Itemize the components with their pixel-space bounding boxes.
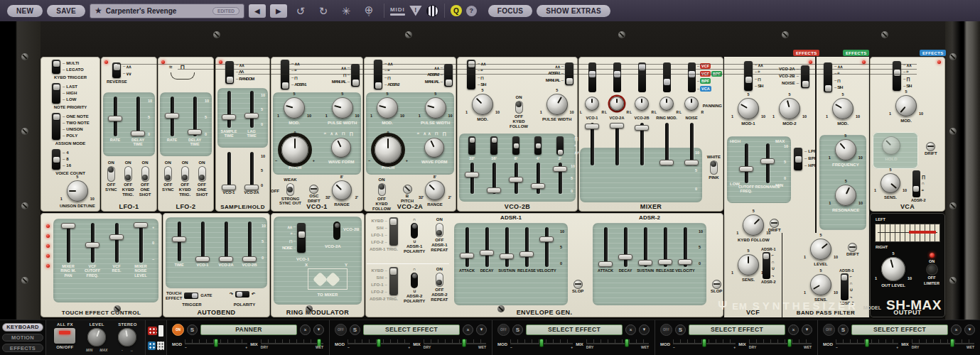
lfo2-toggle[interactable]: ON OFF KYBD TRIG. bbox=[179, 160, 191, 197]
effects-dock-handle[interactable] bbox=[148, 342, 156, 350]
effect-mix-slider[interactable]: DRY WET bbox=[586, 339, 649, 345]
ring-mod-x-source-switch[interactable]: ∧∧≈⊓NOISE bbox=[281, 223, 306, 253]
mixer-noise-color-switch[interactable]: WHITE PINK bbox=[707, 155, 721, 180]
adsr1-slider[interactable]: ATTACK bbox=[458, 227, 475, 273]
effect-mix-slider[interactable]: DRY WET bbox=[912, 339, 974, 345]
bpf-resonance-knob[interactable]: 5110 RESONANCE bbox=[832, 185, 859, 213]
settings-gear-icon[interactable]: ✳ bbox=[337, 6, 355, 16]
favorite-star-icon[interactable]: ★ bbox=[95, 6, 102, 15]
kybd-trigger-switch[interactable]: MULTILEGATO bbox=[52, 60, 84, 74]
effect-mix-slider[interactable]: DRY WET bbox=[424, 339, 486, 345]
effect-remove-button[interactable]: × bbox=[625, 324, 636, 335]
autobend-slider[interactable]: VCO-2B bbox=[240, 222, 259, 267]
vco1-pw-source-switch[interactable]: ∧∧⊓MANUAL bbox=[330, 64, 360, 87]
effect-power-button[interactable]: OFF bbox=[660, 324, 672, 336]
adsr2-slider[interactable]: SUSTAIN bbox=[637, 227, 654, 273]
mixer-pan-knob[interactable] bbox=[684, 97, 699, 111]
fx-stereo-knob[interactable] bbox=[118, 328, 136, 346]
effect-solo-button[interactable]: S bbox=[512, 324, 523, 335]
vca-mod-knob[interactable]: 5110 MOD. bbox=[895, 95, 917, 124]
effect-solo-button[interactable]: S bbox=[675, 324, 686, 335]
sample-hold-slider[interactable]: SAMPLE TIME bbox=[220, 91, 238, 138]
lfo2-slider[interactable]: RATE bbox=[163, 97, 181, 147]
vco2b-harmonic-column[interactable]: 16' bbox=[485, 136, 503, 194]
lfo1-toggle[interactable]: ON OFF KYBD TRIG. bbox=[122, 160, 134, 197]
effect-solo-button[interactable]: S bbox=[838, 324, 849, 335]
adsr2-repeat-switch[interactable]: ON OFF ADSR-2 REPEAT bbox=[431, 267, 448, 304]
voice-count-switch[interactable]: 4816 bbox=[52, 149, 71, 170]
lfo2-toggle[interactable]: ON OFF SYNC bbox=[162, 160, 174, 197]
vco2a-pitch-knob[interactable]: 0−+ PITCH bbox=[375, 136, 402, 170]
vca-envelope-switch[interactable]: ∏∩≈ ADSR-2 bbox=[911, 170, 925, 202]
adsr2-slider[interactable]: ATTACK bbox=[597, 227, 614, 273]
effect-selector[interactable]: SELECT EFFECT bbox=[363, 324, 460, 335]
adsr2-slop-screw[interactable]: SLOP bbox=[711, 280, 722, 294]
vcf-drift-screw[interactable]: DRIFT bbox=[768, 219, 781, 233]
adsr2-slider[interactable]: RELEASE bbox=[657, 227, 674, 273]
quick-assign-button[interactable]: Q bbox=[451, 5, 462, 16]
lfo1-toggle[interactable]: ON OFF ONE SHOT bbox=[139, 160, 151, 197]
autobend-slider[interactable]: VCO-2A bbox=[217, 222, 235, 267]
bpf-drift-screw[interactable]: DRIFT bbox=[846, 243, 859, 257]
panel-tab[interactable]: EFFECTS bbox=[2, 344, 43, 352]
vcf-mod1-knob[interactable]: 5110 MOD-1 bbox=[738, 98, 759, 126]
effect-solo-button[interactable]: S bbox=[187, 324, 198, 335]
vco1-waveform-knob[interactable]: WAVE FORM bbox=[328, 138, 355, 165]
out-level-knob[interactable]: 5110 OUT LEVEL bbox=[881, 257, 905, 288]
vco2b-harmonic-column[interactable]: 4' bbox=[529, 136, 547, 194]
vca-mod-source-switch[interactable]: ∧∧≈∏S/H bbox=[893, 61, 911, 91]
adsr1-slider[interactable]: RELEASE bbox=[518, 227, 535, 273]
effect-remove-button[interactable]: × bbox=[300, 324, 311, 335]
vco1-pulse-width-knob[interactable]: 5110 PULSE WIDTH bbox=[328, 97, 357, 126]
vco2b-mod-knob[interactable]: 5110 MOD. bbox=[472, 94, 493, 122]
note-priority-switch[interactable]: LASTHIGHLOW bbox=[52, 83, 77, 104]
vco1-pitch-knob[interactable]: 0−+ PITCH bbox=[281, 136, 308, 170]
vcf-resonance-slider[interactable]: RESONANCE bbox=[758, 143, 777, 189]
mixer-pan-knob[interactable] bbox=[659, 97, 674, 111]
effect-menu-button[interactable]: ▼ bbox=[639, 324, 650, 335]
autobend-slider[interactable]: TIME bbox=[170, 222, 188, 267]
touch-slider[interactable]: MIXER RING M. PAN bbox=[59, 223, 77, 278]
new-button[interactable]: NEW bbox=[7, 5, 43, 17]
effect-selector[interactable]: PANNER bbox=[200, 324, 297, 335]
effect-mod-slider[interactable]: − + bbox=[348, 339, 410, 345]
effect-menu-button[interactable]: ▼ bbox=[802, 324, 812, 335]
redo-icon[interactable]: ↻ bbox=[314, 6, 333, 16]
vcf-cutoff-slider[interactable]: CUTOFF FREQ. bbox=[737, 143, 755, 194]
keyboard-dock-handle[interactable] bbox=[148, 327, 157, 335]
effect-power-button[interactable]: OFF bbox=[823, 324, 835, 336]
vco2a-mod-knob[interactable]: 5110 MOD. bbox=[377, 97, 398, 126]
effect-remove-button[interactable]: × bbox=[951, 324, 962, 335]
autobend-polarity-switch[interactable]: ↷ ↶ bbox=[230, 291, 255, 297]
alert-triangle-icon[interactable]: ! bbox=[409, 6, 422, 16]
effect-menu-button[interactable]: ▼ bbox=[313, 324, 324, 335]
prev-preset-button[interactable]: ◀ bbox=[249, 4, 266, 18]
adsr1-repeat-switch[interactable]: ON OFF ADSR-1 REPEAT bbox=[431, 217, 448, 254]
vco1-osc-drift-screw[interactable]: OSC DRIFT bbox=[308, 185, 321, 203]
show-extras-button[interactable]: SHOW EXTRAS bbox=[537, 5, 610, 17]
mixer-pan-knob[interactable] bbox=[585, 97, 599, 111]
preset-field[interactable]: ★ Carpenter's Revenge EDITED bbox=[90, 4, 244, 18]
bpf-mod-knob[interactable]: 5110 MOD. bbox=[832, 98, 854, 126]
autobend-trigger-switch[interactable]: TOUCH EFFECT GATE bbox=[166, 291, 212, 300]
effect-solo-button[interactable]: S bbox=[350, 324, 360, 335]
autobend-slider[interactable]: VCO-1 bbox=[193, 222, 212, 267]
vcf-filter-type-switch[interactable]: LPFBPFHPF bbox=[794, 148, 817, 170]
sample-hold-slider[interactable]: LAG TIME bbox=[242, 91, 261, 138]
effect-remove-button[interactable]: × bbox=[463, 324, 473, 335]
adsr1-slider[interactable]: DECAY bbox=[478, 227, 495, 273]
effect-menu-button[interactable]: ▼ bbox=[476, 324, 487, 335]
lfo2-slider[interactable]: DELAY TIME bbox=[185, 97, 204, 147]
assign-mode-switch[interactable]: ONE NOTETWO NOTEUNISONPOLY bbox=[52, 113, 90, 140]
adsr2-trigger-switch[interactable]: KYBDS/HLFO-1LFO-2 bbox=[370, 267, 398, 295]
help-button[interactable]: ? bbox=[466, 6, 477, 16]
vco2a-pw-source-switch[interactable]: ∧∧ADSR-2MANUAL bbox=[424, 64, 453, 87]
lfo1-toggle[interactable]: ON OFF SYNC bbox=[105, 160, 117, 197]
vcf-envelope-switch[interactable]: ADSR-1 ⌐∩∪¬ ADSR-2 bbox=[761, 247, 775, 284]
fx-level-knob[interactable] bbox=[87, 328, 106, 346]
mixer-level-slider[interactable] bbox=[608, 123, 626, 165]
panel-tab[interactable]: KEYBOARD bbox=[2, 323, 43, 332]
effect-selector[interactable]: SELECT EFFECT bbox=[526, 324, 623, 335]
vco2a-waveform-knob[interactable]: WAVE FORM bbox=[421, 138, 448, 165]
effect-mix-slider[interactable]: DRY WET bbox=[261, 339, 323, 345]
